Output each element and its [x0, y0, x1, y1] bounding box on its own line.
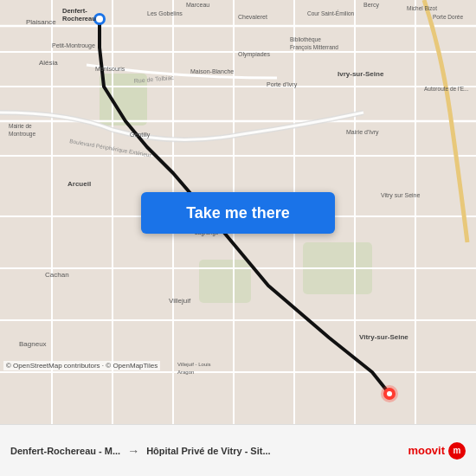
svg-text:Autoroute de l'E...: Autoroute de l'E...	[424, 86, 469, 92]
svg-text:Marceau: Marceau	[186, 2, 209, 8]
svg-text:Alésia: Alésia	[39, 59, 58, 67]
svg-text:Denfert-: Denfert-	[62, 7, 87, 15]
svg-text:Chevaleret: Chevaleret	[238, 14, 267, 20]
svg-text:Arcueil: Arcueil	[68, 180, 91, 188]
svg-text:Porte d'Ivry: Porte d'Ivry	[267, 81, 298, 88]
svg-text:Maison-Blanche: Maison-Blanche	[190, 68, 234, 74]
svg-point-24	[387, 391, 392, 396]
bottom-bar: Denfert-Rochereau - M... → Hôpital Privé…	[0, 424, 476, 476]
svg-text:Mairie de: Mairie de	[9, 123, 32, 129]
svg-text:Montsouris: Montsouris	[95, 66, 125, 72]
svg-text:Ivry-sur-Seine: Ivry-sur-Seine	[338, 70, 384, 78]
svg-text:Cachan: Cachan	[45, 271, 69, 279]
svg-text:Mairie d'Ivry: Mairie d'Ivry	[346, 129, 379, 136]
svg-text:Montrouge: Montrouge	[9, 131, 35, 138]
svg-text:Villejuif - Louis: Villejuif - Louis	[177, 362, 211, 367]
osm-credit: © OpenStreetMap contributors · © OpenMap…	[3, 361, 160, 370]
svg-text:Cour Saint-Émilion: Cour Saint-Émilion	[307, 10, 355, 16]
svg-text:Bagneux: Bagneux	[19, 340, 47, 348]
svg-text:Gentilly: Gentilly	[130, 132, 151, 138]
svg-rect-2	[199, 260, 251, 303]
svg-text:Rochereau: Rochereau	[62, 15, 96, 23]
svg-text:Bibliothèque: Bibliothèque	[290, 36, 321, 43]
svg-text:Villejuif: Villejuif	[169, 297, 191, 305]
svg-text:François Mitterrand: François Mitterrand	[290, 44, 338, 51]
svg-text:Michel Bizot: Michel Bizot	[407, 5, 437, 11]
moovit-logo-text: moovit	[408, 444, 445, 457]
svg-text:Bercy: Bercy	[363, 2, 379, 9]
map-container: Plaisance Denfert- Rochereau Petit-Montr…	[0, 0, 476, 424]
svg-text:Aragon: Aragon	[177, 370, 194, 375]
route-info: Denfert-Rochereau - M... → Hôpital Privé…	[10, 444, 408, 458]
svg-text:Les Gobelins: Les Gobelins	[147, 10, 183, 16]
svg-text:Plaisance: Plaisance	[26, 18, 56, 26]
svg-text:Petit-Montrouge: Petit-Montrouge	[52, 42, 95, 49]
svg-text:Porte Dorée: Porte Dorée	[433, 14, 463, 20]
route-origin: Denfert-Rochereau - M...	[10, 446, 120, 456]
svg-point-21	[96, 16, 103, 23]
moovit-logo-icon: m	[448, 442, 466, 460]
svg-text:Vitry-sur-Seine: Vitry-sur-Seine	[359, 333, 408, 341]
moovit-logo: moovit m	[408, 442, 466, 460]
take-me-there-button[interactable]: Take me there	[141, 192, 335, 234]
svg-text:Olympiades: Olympiades	[238, 51, 270, 58]
svg-text:Vitry sur Seine: Vitry sur Seine	[381, 192, 420, 199]
route-destination: Hôpital Privé de Vitry - Sit...	[146, 446, 270, 456]
route-arrow: →	[127, 444, 139, 458]
